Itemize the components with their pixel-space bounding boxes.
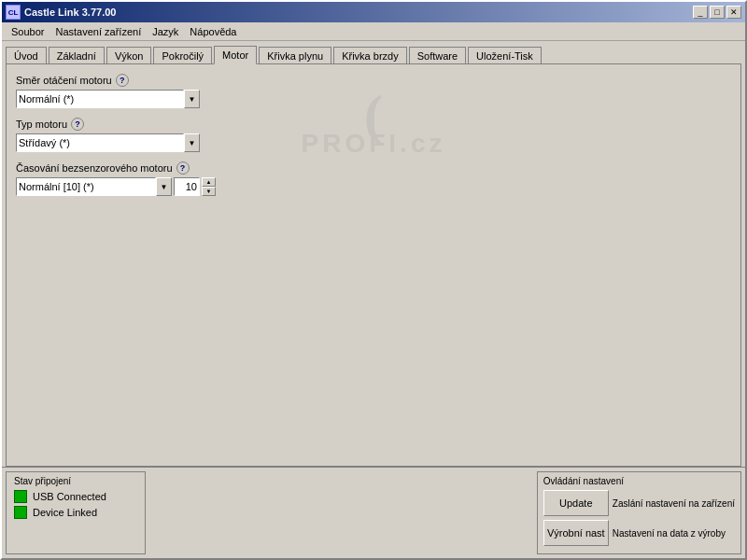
motor-type-group: Typ motoru ? ▼: [16, 118, 731, 152]
motor-type-help-icon[interactable]: ?: [71, 118, 84, 131]
status-box: Stav připojení USB Connected Device Link…: [6, 471, 146, 554]
motor-timing-spin-up[interactable]: ▲: [202, 177, 216, 187]
tab-bar: Úvod Základní Výkon Pokročilý Motor Křiv…: [2, 41, 745, 63]
control-box: Ovládání nastavení Update Zaslání nastav…: [537, 471, 741, 554]
motor-timing-input[interactable]: [16, 177, 156, 196]
tab-zakladni[interactable]: Základní: [49, 47, 105, 64]
update-desc: Zaslání nastavení na zařízení: [613, 490, 735, 516]
led-usb: [14, 490, 27, 503]
app-icon-text: CL: [8, 8, 19, 17]
control-title: Ovládání nastavení: [543, 476, 735, 486]
update-button[interactable]: Update: [543, 490, 609, 516]
motor-direction-combo: ▼: [16, 90, 731, 108]
motor-timing-group: Časování bezsenzorového motoru ? ▼ ▲ ▼: [16, 161, 731, 196]
menu-jazyk[interactable]: Jazyk: [147, 24, 184, 39]
tab-software[interactable]: Software: [409, 47, 466, 64]
status-usb-label: USB Connected: [33, 491, 106, 502]
title-bar-left: CL Castle Link 3.77.00: [6, 5, 116, 20]
control-row-factory: Výrobní nast Nastavení na data z výroby: [543, 520, 735, 546]
motor-direction-group: Směr otáčení motoru ? ▼: [16, 74, 731, 108]
menu-napoveda[interactable]: Nápověda: [184, 24, 242, 39]
tab-content: Směr otáčení motoru ? ▼ Typ motoru ?: [6, 63, 741, 467]
motor-direction-input[interactable]: [16, 90, 184, 108]
motor-type-input[interactable]: [16, 133, 184, 152]
tab-vykon[interactable]: Výkon: [106, 47, 152, 64]
tab-ulozeni-tisk[interactable]: Uložení-Tisk: [468, 47, 542, 64]
tab-motor[interactable]: Motor: [214, 46, 257, 64]
led-device: [14, 506, 27, 519]
close-button[interactable]: ✕: [726, 6, 741, 19]
main-window: CL Castle Link 3.77.00 _ □ ✕ Soubor Nast…: [0, 0, 747, 560]
motor-timing-combo: ▼: [16, 177, 172, 196]
motor-type-label: Typ motoru: [16, 119, 67, 130]
control-row-update: Update Zaslání nastavení na zařízení: [543, 490, 735, 516]
tab-krivka-plynu[interactable]: Křivka plynu: [259, 47, 331, 64]
factory-desc: Nastavení na data z výroby: [613, 520, 726, 546]
maximize-button[interactable]: □: [710, 6, 725, 19]
status-title: Stav připojení: [14, 476, 137, 486]
motor-timing-row: ▼ ▲ ▼: [16, 177, 731, 196]
motor-direction-help-icon[interactable]: ?: [116, 74, 129, 87]
bottom-area: Stav připojení USB Connected Device Link…: [2, 467, 745, 558]
tab-krivka-brzdy[interactable]: Křivka brzdy: [333, 47, 407, 64]
menu-soubor[interactable]: Soubor: [6, 24, 49, 39]
motor-type-dropdown-btn[interactable]: ▼: [184, 133, 200, 152]
app-icon: CL: [6, 5, 21, 20]
motor-direction-label: Směr otáčení motoru: [16, 75, 112, 86]
window-title: Castle Link 3.77.00: [24, 7, 116, 18]
tab-uvod[interactable]: Úvod: [6, 47, 47, 64]
title-bar: CL Castle Link 3.77.00 _ □ ✕: [2, 2, 745, 22]
motor-timing-label: Časování bezsenzorového motoru: [16, 162, 173, 174]
motor-direction-dropdown-btn[interactable]: ▼: [184, 90, 200, 108]
motor-timing-spinners: ▲ ▼: [202, 177, 216, 196]
motor-direction-label-row: Směr otáčení motoru ?: [16, 74, 731, 87]
motor-timing-spin-down[interactable]: ▼: [202, 187, 216, 196]
status-item-usb: USB Connected: [14, 490, 137, 503]
tab-pokrocily[interactable]: Pokročilý: [153, 47, 212, 64]
minimize-button[interactable]: _: [693, 6, 708, 19]
status-item-device: Device Linked: [14, 506, 137, 519]
app-body: Soubor Nastavení zařízení Jazyk Nápověda…: [2, 22, 745, 558]
content-inner: Směr otáčení motoru ? ▼ Typ motoru ?: [7, 64, 740, 215]
motor-type-label-row: Typ motoru ?: [16, 118, 731, 131]
motor-type-combo: ▼: [16, 133, 731, 152]
motor-timing-number[interactable]: [174, 177, 200, 196]
menu-bar: Soubor Nastavení zařízení Jazyk Nápověda: [2, 22, 745, 41]
factory-button[interactable]: Výrobní nast: [543, 520, 609, 546]
menu-nastaveni[interactable]: Nastavení zařízení: [49, 24, 147, 39]
title-controls: _ □ ✕: [693, 6, 741, 19]
motor-timing-help-icon[interactable]: ?: [176, 161, 190, 175]
motor-timing-label-row: Časování bezsenzorového motoru ?: [16, 161, 731, 175]
motor-timing-dropdown-btn[interactable]: ▼: [156, 177, 172, 196]
status-device-label: Device Linked: [33, 507, 97, 518]
